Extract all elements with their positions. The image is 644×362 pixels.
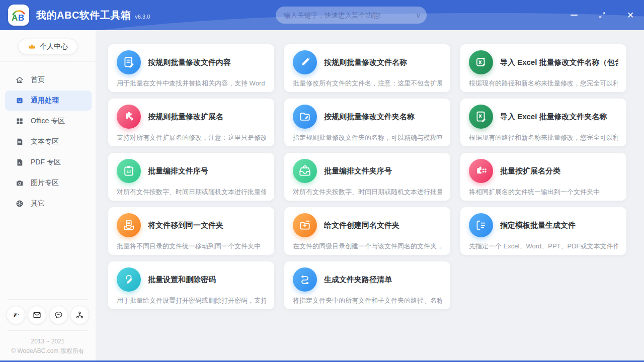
chevron-down-icon[interactable]: ∨ [416,12,421,19]
card-description: 将相同扩展名的文件统一输出到一个文件夹中 [469,188,618,197]
card-description: 先指定一个 Excel、Word、PPT、PDF或文本文件作为一个模板 [469,242,618,251]
card-description: 根据现有的路径和新名称来批量修改，您完全可以利用 Excel 的功能 [469,79,618,88]
sidebar-item-pdf[interactable]: APDF 专区 [5,152,92,172]
sidebar-item-label: PDF 专区 [31,158,61,167]
card-title: 按规则批量修改文件内容 [148,58,231,67]
sidebar-item-label: 图片专区 [31,178,59,188]
search-box[interactable]: ∨ [276,7,427,24]
sidebar-item-label: 首页 [31,75,45,84]
sidebar-item-home[interactable]: 首页 [5,70,92,90]
card-description: 根据现有的路径和新名称来批量修改，您完全可以利用 Excel 的功能 [469,133,618,142]
mail-icon [32,310,42,320]
sidebar-item-office[interactable]: Office 专区 [5,111,92,131]
inbox-icon [293,159,317,183]
card-description: 指定规则批量修改文件夹的名称，可以精确与模糊查找替换 [293,133,442,142]
chat-button[interactable] [49,306,68,324]
excel-doc-icon [469,105,493,129]
share-button[interactable] [70,306,89,324]
card-modify-extension[interactable]: 按规则批量修改扩展名支持对所有文件扩展名的修改，注意：这里只是修改扩展名 [108,99,274,146]
chat-icon [54,310,63,320]
card-description: 将指定文件夹中的所有文件和子文件夹的路径、名称、扩展名等输出 [293,296,442,305]
copyright-years: 2013 ~ 2021 [0,337,96,346]
card-title: 给文件创建同名文件夹 [324,221,399,230]
card-modify-folder-name[interactable]: 按规则批量修改文件夹名称指定规则批量修改文件夹的名称，可以精确与模糊查找替换 [284,99,450,146]
sidebar: 个人中心 首页通用处理Office 专区文本专区APDF 专区图片专区其它 e … [0,30,96,362]
sidebar-divider [0,61,96,62]
card-description: 在文件的同级目录创建一个与该文件同名的文件夹，并将文件移入 [293,242,442,251]
browser-icon: e [11,310,21,320]
share-icon [75,310,85,320]
office-icon [15,117,24,126]
text-icon [15,137,24,146]
search-input[interactable] [284,12,416,19]
lock-edit-icon [117,267,141,292]
card-title: 批量编排文件夹序号 [324,166,392,176]
camera-icon [15,178,24,188]
sidebar-item-label: 其它 [31,199,45,208]
sidebar-item-other[interactable]: 其它 [5,194,92,214]
copyright: 2013 ~ 2021 © WodeABC.com 版权所有 [0,331,96,356]
card-excel-rename-folders[interactable]: 导入 Excel 批量修改文件夹名称根据现有的路径和新名称来批量修改，您完全可以… [460,99,626,146]
card-generate-from-template[interactable]: 指定模板批量生成文件先指定一个 Excel、Word、PPT、PDF或文本文件作… [460,207,626,255]
card-title: 批量设置和删除密码 [148,275,216,285]
browser-button[interactable]: e [7,306,25,324]
folder-plus-icon [293,213,317,237]
copyright-owner: © WodeABC.com 版权所有 [0,346,96,356]
mail-button[interactable] [28,306,46,324]
card-title: 导入 Excel 批量修改文件夹名称 [500,112,607,122]
svg-text:1/2: 1/2 [126,170,131,173]
card-title: 按规则批量修改扩展名 [148,112,223,122]
card-description: 支持对所有文件扩展名的修改，注意：这里只是修改扩展名 [117,133,266,142]
sidebar-item-general[interactable]: 通用处理 [5,90,92,111]
pencil-icon [293,50,317,74]
card-description: 对所有文件按数字、时间日期或随机文本进行批量修改，支持多种规则 [117,188,266,197]
sidebar-item-label: Office 专区 [31,117,65,126]
personal-center-button[interactable]: 个人中心 [18,39,77,54]
svg-text:A: A [12,13,18,23]
maximize-button[interactable] [596,9,609,22]
card-excel-rename-files[interactable]: 导入 Excel 批量修改文件名称（包含扩展名）根据现有的路径和新名称来批量修改… [460,44,626,92]
card-description: 批量将不同目录的文件统一移动到同一个文件夹中 [117,242,266,251]
card-folder-path-list[interactable]: 生成文件夹路径清单将指定文件夹中的所有文件和子文件夹的路径、名称、扩展名等输出 [284,261,450,309]
card-classify-by-extension[interactable]: 批量按扩展名分类将相同扩展名的文件统一输出到一个文件夹中 [460,153,626,201]
app-logo: A B [8,5,29,26]
app-title: 我的ABC软件工具箱 [36,9,131,22]
minimize-button[interactable] [568,9,581,22]
card-description: 批量修改所有文件的文件名，注意：这里不包含扩展名 [293,79,442,88]
maximize-icon [598,11,606,19]
card-title: 指定模板批量生成文件 [500,221,576,230]
route-icon [293,267,317,292]
card-modify-file-name[interactable]: 按规则批量修改文件名称批量修改所有文件的文件名，注意：这里不包含扩展名 [284,44,450,92]
panel-icon [15,96,24,105]
card-title: 批量编排文件序号 [148,166,208,176]
clipboard-12-icon: 1/2 [117,159,141,183]
card-create-same-name-folder[interactable]: 给文件创建同名文件夹在文件的同级目录创建一个与该文件同名的文件夹，并将文件移入 [284,207,450,255]
crown-icon [28,42,36,51]
card-title: 按规则批量修改文件名称 [324,58,407,67]
card-description: 用于批量给文件设置打开密码或删除打开密码，支持 Word、Excel [117,296,266,305]
header: A B 我的ABC软件工具箱 v6.3.0 ∨ ✕ [0,0,644,30]
personal-center-label: 个人中心 [40,42,68,51]
puzzle-grid-icon [469,159,493,183]
sidebar-item-text[interactable]: 文本专区 [5,132,92,152]
folder-edit-icon [293,105,317,129]
puzzle-edit-icon [117,105,141,129]
footer-icon-row: e [0,300,96,330]
close-button[interactable]: ✕ [624,9,637,22]
card-move-to-one-folder[interactable]: 将文件移到同一文件夹批量将不同目录的文件统一移动到同一个文件夹中 [108,207,274,255]
minimize-icon [571,15,578,16]
card-description: 用于批量在文件中查找并替换相关内容，支持 Word、Excel、PPT、PDF … [117,79,266,88]
pdf-icon: A [15,158,24,167]
misc-icon [15,199,24,208]
card-title: 按规则批量修改文件夹名称 [324,112,415,122]
svg-text:e: e [14,311,17,319]
card-modify-file-content[interactable]: 按规则批量修改文件内容用于批量在文件中查找并替换相关内容，支持 Word、Exc… [108,44,274,92]
window-controls: ✕ [568,0,637,30]
doc-edit-icon [117,50,141,74]
excel-edit-icon [469,50,493,74]
card-number-folders[interactable]: 批量编排文件夹序号对所有文件夹按数字、时间日期或随机文本进行批量修改 [284,153,450,201]
home-icon [15,75,24,84]
card-set-remove-password[interactable]: 批量设置和删除密码用于批量给文件设置打开密码或删除打开密码，支持 Word、Ex… [108,261,274,309]
card-number-files[interactable]: 1/2批量编排文件序号对所有文件按数字、时间日期或随机文本进行批量修改，支持多种… [108,153,274,201]
sidebar-item-image[interactable]: 图片专区 [5,173,92,193]
